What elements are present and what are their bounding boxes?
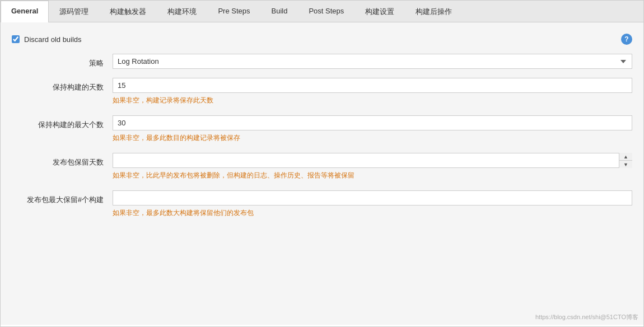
watermark: https://blog.csdn.net/shi@51CTO博客 bbox=[535, 313, 638, 321]
artifact-days-spinner: ▲ ▼ bbox=[113, 153, 632, 168]
keep-max-label: 保持构建的最大个数 bbox=[12, 115, 113, 130]
artifact-days-down-button[interactable]: ▼ bbox=[619, 161, 632, 168]
tab-post-build[interactable]: 构建后操作 bbox=[405, 1, 463, 22]
keep-max-hint: 如果非空，最多此数目的构建记录将被保存 bbox=[113, 133, 632, 143]
artifact-max-input[interactable] bbox=[113, 190, 632, 205]
tab-build-trigger[interactable]: 构建触发器 bbox=[99, 1, 157, 22]
artifact-max-row: 发布包最大保留#个构建 如果非空，最多此数大构建将保留他们的发布包 bbox=[12, 190, 632, 226]
discard-checkbox[interactable] bbox=[12, 35, 20, 43]
keep-max-row: 保持构建的最大个数 如果非空，最多此数目的构建记录将被保存 bbox=[12, 115, 632, 151]
artifact-max-hint: 如果非空，最多此数大构建将保留他们的发布包 bbox=[113, 208, 632, 218]
strategy-label: 策略 bbox=[12, 54, 113, 68]
help-icon[interactable]: ? bbox=[621, 34, 632, 45]
artifact-days-up-button[interactable]: ▲ bbox=[619, 153, 632, 161]
strategy-select[interactable]: Log Rotation bbox=[113, 54, 632, 69]
tab-general[interactable]: General bbox=[1, 1, 49, 22]
tab-build-settings[interactable]: 构建设置 bbox=[354, 1, 405, 22]
tab-pre-steps[interactable]: Pre Steps bbox=[207, 1, 260, 22]
keep-max-input[interactable] bbox=[113, 115, 632, 130]
discard-left: Discard old builds bbox=[12, 35, 82, 44]
keep-days-control: 如果非空，构建记录将保存此天数 bbox=[113, 78, 632, 113]
discard-old-builds-row: Discard old builds ? bbox=[12, 34, 632, 45]
artifact-days-control: ▲ ▼ 如果非空，比此早的发布包将被删除，但构建的日志、操作历史、报告等将被保留 bbox=[113, 153, 632, 188]
artifact-days-hint: 如果非空，比此早的发布包将被删除，但构建的日志、操作历史、报告等将被保留 bbox=[113, 170, 632, 180]
strategy-row: 策略 Log Rotation bbox=[12, 54, 632, 71]
artifact-days-label: 发布包保留天数 bbox=[12, 153, 113, 167]
tab-bar: General 源码管理 构建触发器 构建环境 Pre Steps Build … bbox=[1, 1, 643, 22]
discard-label: Discard old builds bbox=[24, 35, 82, 44]
artifact-max-control: 如果非空，最多此数大构建将保留他们的发布包 bbox=[113, 190, 632, 226]
artifact-days-input[interactable] bbox=[113, 153, 632, 168]
strategy-control: Log Rotation bbox=[113, 54, 632, 71]
tab-build-env[interactable]: 构建环境 bbox=[157, 1, 207, 22]
tab-build[interactable]: Build bbox=[261, 1, 298, 22]
keep-days-input[interactable] bbox=[113, 78, 632, 93]
artifact-days-spinner-buttons: ▲ ▼ bbox=[619, 153, 632, 168]
artifact-max-label: 发布包最大保留#个构建 bbox=[12, 190, 113, 205]
keep-days-hint: 如果非空，构建记录将保存此天数 bbox=[113, 95, 632, 105]
artifact-days-row: 发布包保留天数 ▲ ▼ 如果非空，比此早的发布包将被删除，但构建的日志、操作历史… bbox=[12, 153, 632, 188]
tab-source[interactable]: 源码管理 bbox=[49, 1, 99, 22]
tab-post-steps[interactable]: Post Steps bbox=[298, 1, 354, 22]
keep-days-row: 保持构建的天数 如果非空，构建记录将保存此天数 bbox=[12, 78, 632, 113]
keep-max-control: 如果非空，最多此数目的构建记录将被保存 bbox=[113, 115, 632, 151]
content-area: Discard old builds ? 策略 Log Rotation 保持构… bbox=[1, 22, 643, 325]
keep-days-label: 保持构建的天数 bbox=[12, 78, 113, 92]
